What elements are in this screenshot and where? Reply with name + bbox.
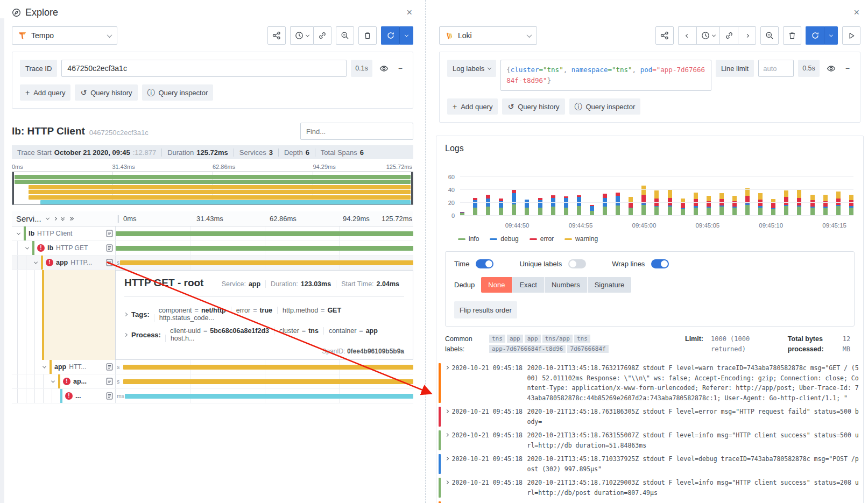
remove-query-button[interactable]: − (396, 60, 405, 77)
span-row[interactable]: appHTT...s (12, 360, 413, 374)
span-row[interactable]: !appHTTP...s (12, 256, 413, 270)
chevron-right-icon[interactable] (444, 457, 448, 461)
chevron-down-icon[interactable] (34, 260, 38, 264)
document-icon[interactable] (106, 378, 115, 385)
span-row[interactable]: !lbHTTP GET (12, 241, 413, 256)
chevron-down-icon[interactable] (51, 379, 55, 382)
logql-query-field[interactable]: {cluster="tns", namespace="tns", pod="ap… (500, 60, 711, 91)
span-bar[interactable] (120, 260, 413, 265)
trace-minimap[interactable] (12, 172, 413, 205)
remove-panel-button[interactable] (358, 26, 377, 45)
zoom-out-button[interactable] (336, 26, 354, 45)
chevron-down-icon[interactable] (25, 245, 29, 249)
span-timeline[interactable]: ms (115, 389, 413, 403)
dedup-option-none[interactable]: None (481, 277, 512, 293)
trace-find-input[interactable] (300, 123, 413, 140)
chevron-right-icon[interactable] (444, 366, 448, 370)
column-resize-handle[interactable] (117, 215, 119, 223)
span-bar[interactable] (116, 231, 413, 236)
run-query-dropdown-button[interactable] (399, 26, 413, 45)
run-query-button[interactable] (381, 26, 399, 45)
log-labels-button[interactable]: Log labels (447, 60, 496, 77)
log-rows-list: 2020-10-21 09:45:182020-10-21T13:45:18.7… (439, 363, 861, 503)
dedup-option-exact[interactable]: Exact (512, 277, 544, 293)
unique-labels-toggle[interactable] (568, 259, 586, 268)
flip-results-order-button[interactable]: Flip results order (454, 301, 517, 318)
dedup-option-numbers[interactable]: Numbers (545, 277, 587, 293)
remove-panel-button[interactable] (783, 26, 801, 45)
legend-item-error[interactable]: error (530, 235, 554, 243)
legend-item-warning[interactable]: warning (564, 235, 598, 243)
toggle-query-visibility-button[interactable] (377, 60, 391, 77)
add-query-button[interactable]: +Add query (20, 84, 70, 101)
span-row[interactable]: !...ms (12, 389, 413, 403)
log-row[interactable]: 2020-10-21 09:45:182020-10-21T13:45:18.7… (439, 478, 861, 498)
chevron-right-icon[interactable] (444, 433, 448, 437)
log-row[interactable]: 2020-10-21 09:45:182020-10-21T13:45:18.7… (439, 407, 861, 427)
shift-time-back-button[interactable] (678, 26, 696, 45)
span-timeline[interactable] (115, 226, 413, 240)
close-right-pane-button[interactable]: × (853, 8, 859, 17)
chevron-down-icon[interactable] (46, 217, 49, 220)
chevron-right-icon[interactable] (444, 480, 448, 484)
expand-all-icon[interactable] (69, 217, 73, 220)
log-row[interactable]: 2020-10-21 09:45:182020-10-21T13:45:18.7… (439, 363, 861, 403)
share-button[interactable] (267, 26, 286, 45)
span-bar[interactable] (123, 379, 413, 384)
document-icon[interactable] (106, 230, 115, 237)
collapse-all-icon[interactable] (61, 217, 64, 221)
run-query-dropdown-button[interactable] (824, 26, 838, 45)
close-left-pane-button[interactable]: × (406, 8, 412, 17)
chevron-right-icon[interactable] (444, 409, 448, 413)
datasource-picker-loki[interactable]: Loki (439, 26, 537, 45)
document-icon[interactable] (106, 363, 115, 371)
remove-query-button[interactable]: − (843, 60, 852, 77)
time-toggle[interactable] (476, 259, 493, 268)
span-tags-row[interactable]: Tags: component=net/httperror=truehttp.m… (124, 307, 404, 322)
link-split-button[interactable] (313, 26, 331, 45)
query-inspector-button[interactable]: ⓘQuery inspector (142, 84, 214, 101)
wrap-lines-toggle[interactable] (651, 259, 669, 268)
query-history-button[interactable]: ↺Query history (75, 84, 137, 101)
query-inspector-button[interactable]: ⓘQuery inspector (569, 98, 641, 115)
toggle-query-visibility-button[interactable] (824, 60, 838, 77)
log-row[interactable]: 2020-10-21 09:45:182020-10-21T13:45:18.7… (439, 454, 861, 474)
share-button[interactable] (655, 26, 674, 45)
span-row[interactable]: !ap...s (12, 374, 413, 389)
log-row[interactable]: 2020-10-21 09:45:182020-10-21T13:45:18.7… (439, 430, 861, 450)
dedup-option-signature[interactable]: Signature (588, 277, 632, 293)
timeline-tick-label: 62.86ms (267, 215, 297, 223)
chevron-down-icon[interactable] (43, 364, 46, 368)
document-icon[interactable] (106, 259, 115, 266)
span-bar[interactable] (125, 394, 413, 399)
time-range-button[interactable] (696, 26, 719, 45)
document-icon[interactable] (106, 392, 115, 400)
span-row[interactable]: lbHTTP Client (12, 226, 413, 241)
shift-time-forward-button[interactable] (738, 26, 756, 45)
span-bar[interactable] (123, 365, 413, 370)
trace-id-input[interactable] (61, 60, 347, 77)
span-detail-title: HTTP GET - root (124, 277, 203, 289)
chevron-right-icon[interactable] (54, 217, 57, 220)
datasource-picker-tempo[interactable]: Tempo (12, 26, 117, 45)
query-history-button[interactable]: ↺Query history (502, 98, 564, 115)
link-split-button[interactable] (719, 26, 738, 45)
span-timeline[interactable] (115, 241, 413, 255)
pane-divider[interactable] (425, 0, 426, 503)
document-icon[interactable] (106, 244, 115, 252)
run-query-button[interactable] (806, 26, 824, 45)
time-range-button[interactable] (290, 26, 313, 45)
span-timeline[interactable]: s (115, 360, 413, 374)
line-limit-input[interactable] (758, 60, 794, 77)
legend-item-debug[interactable]: debug (490, 235, 518, 243)
zoom-out-button[interactable] (760, 26, 779, 45)
span-timeline[interactable]: s (115, 256, 413, 270)
live-tail-button[interactable] (842, 26, 860, 45)
line-limit-label: Line limit (716, 60, 754, 77)
legend-item-info[interactable]: info (458, 235, 479, 243)
span-process-row[interactable]: Process: client-uuid=5bc68c06a8e1f2d3clu… (124, 327, 404, 342)
add-query-button[interactable]: +Add query (447, 98, 498, 115)
chevron-down-icon[interactable] (17, 231, 20, 235)
span-bar[interactable] (116, 246, 413, 251)
span-timeline[interactable]: s (115, 374, 413, 388)
